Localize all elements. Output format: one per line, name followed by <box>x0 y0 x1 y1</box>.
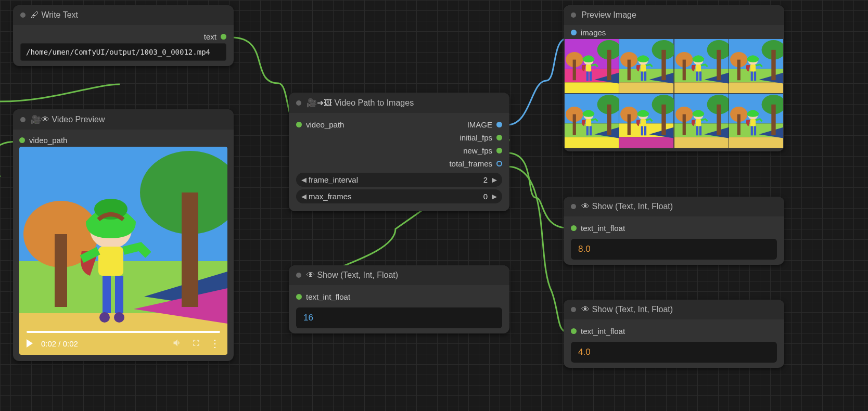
node-header[interactable]: 👁 Show (Text, Int, Float) <box>564 300 784 319</box>
text-input-field[interactable]: /home/umen/ComfyUI/output/1003_0_00012.m… <box>20 43 226 61</box>
port-dot[interactable] <box>571 30 577 35</box>
video-time: 0:02 / 0:02 <box>41 339 78 348</box>
svg-rect-45 <box>682 60 685 81</box>
port-label: text_int_float <box>306 292 350 301</box>
node-write-text[interactable]: 🖋 Write Text text /home/umen/ComfyUI/out… <box>13 5 234 66</box>
svg-rect-90 <box>674 137 729 148</box>
svg-rect-105 <box>737 114 740 135</box>
preview-thumbnail[interactable] <box>565 94 619 148</box>
output-port-initial-fps[interactable]: initial_fps <box>449 131 502 144</box>
input-port-video-path[interactable]: video_path <box>19 134 227 147</box>
svg-rect-62 <box>750 72 752 81</box>
svg-rect-30 <box>619 82 673 93</box>
node-canvas[interactable]: 🖋 Write Text text /home/umen/ComfyUI/out… <box>0 0 868 411</box>
svg-rect-33 <box>628 60 631 81</box>
node-header[interactable]: 👁 Show (Text, Int, Float) <box>564 197 784 216</box>
svg-rect-61 <box>750 65 755 72</box>
node-header[interactable]: 🎥➜🖼 Video Path to Images <box>289 93 509 113</box>
svg-rect-49 <box>695 65 700 72</box>
svg-rect-38 <box>641 72 643 81</box>
node-preview-image[interactable]: Preview Image images <box>564 5 784 151</box>
node-show-2[interactable]: 👁 Show (Text, Int, Float) text_int_float… <box>564 197 784 265</box>
node-show-3[interactable]: 👁 Show (Text, Int, Float) text_int_float… <box>564 300 784 368</box>
collapse-dot[interactable] <box>296 273 301 278</box>
node-video-path-to-images[interactable]: 🎥➜🖼 Video Path to Images video_path IMAG… <box>289 93 509 211</box>
port-dot[interactable] <box>496 148 502 153</box>
output-port-total-frames[interactable]: total_frames <box>449 157 502 170</box>
preview-thumbnail[interactable] <box>729 94 783 148</box>
port-dot[interactable] <box>571 328 577 334</box>
collapse-dot[interactable] <box>296 100 301 106</box>
input-port-video-path[interactable]: video_path <box>296 118 344 131</box>
port-label: video_path <box>29 136 67 145</box>
svg-rect-74 <box>586 126 589 136</box>
svg-rect-81 <box>628 114 631 135</box>
svg-rect-85 <box>641 119 646 126</box>
node-header[interactable]: Preview Image <box>564 5 784 25</box>
param-max-frames[interactable]: ◀ max_frames 0 ▶ <box>296 189 502 203</box>
svg-rect-18 <box>565 82 619 93</box>
port-dot[interactable] <box>496 161 502 166</box>
decrement-icon[interactable]: ◀ <box>301 176 307 184</box>
collapse-dot[interactable] <box>571 307 576 312</box>
svg-rect-73 <box>586 119 591 126</box>
input-port-text-int-float[interactable]: text_int_float <box>571 325 777 338</box>
port-dot[interactable] <box>221 34 226 40</box>
input-port-text-int-float[interactable]: text_int_float <box>296 290 502 303</box>
svg-rect-63 <box>754 72 756 81</box>
value-display: 4.0 <box>571 342 777 363</box>
preview-thumbnail[interactable] <box>729 39 783 93</box>
svg-rect-86 <box>641 126 643 136</box>
port-dot[interactable] <box>296 294 302 300</box>
node-title: 🎥👁 Video Preview <box>31 114 105 124</box>
input-port-text-int-float[interactable]: text_int_float <box>571 222 777 235</box>
node-header[interactable]: 🖋 Write Text <box>13 5 234 25</box>
increment-icon[interactable]: ▶ <box>492 176 497 184</box>
port-dot[interactable] <box>296 122 302 127</box>
svg-rect-87 <box>644 126 646 136</box>
input-port-images[interactable]: images <box>565 26 783 39</box>
video-controls: 0:02 / 0:02 ⋮ <box>19 332 227 355</box>
more-icon[interactable]: ⋮ <box>210 337 220 350</box>
svg-rect-71 <box>607 105 611 135</box>
svg-rect-11 <box>98 247 123 276</box>
node-header[interactable]: 🎥👁 Video Preview <box>13 109 234 130</box>
node-show-1[interactable]: 👁 Show (Text, Int, Float) text_int_float… <box>289 265 509 333</box>
node-title: 👁 Show (Text, Int, Float) <box>581 305 673 314</box>
port-dot[interactable] <box>496 122 502 127</box>
fullscreen-icon[interactable] <box>191 338 201 350</box>
preview-thumbnail[interactable] <box>619 94 673 148</box>
collapse-dot[interactable] <box>20 117 25 122</box>
param-frame-interval[interactable]: ◀ frame_interval 2 ▶ <box>296 173 502 187</box>
node-title: 🎥➜🖼 Video Path to Images <box>307 98 414 108</box>
preview-thumbnail[interactable] <box>565 39 619 93</box>
param-value[interactable]: 0 <box>479 192 492 201</box>
collapse-dot[interactable] <box>571 12 576 18</box>
output-port-new-fps[interactable]: new_fps <box>449 144 502 157</box>
port-dot[interactable] <box>19 137 25 143</box>
node-video-preview[interactable]: 🎥👁 Video Preview video_path <box>13 109 234 361</box>
preview-thumbnail[interactable] <box>619 39 673 93</box>
volume-icon[interactable] <box>172 338 183 350</box>
svg-rect-59 <box>771 50 775 80</box>
decrement-icon[interactable]: ◀ <box>301 192 307 200</box>
param-value[interactable]: 2 <box>479 175 492 184</box>
preview-thumbnail[interactable] <box>674 94 729 148</box>
port-dot[interactable] <box>496 135 502 140</box>
port-dot[interactable] <box>571 225 577 231</box>
node-header[interactable]: 👁 Show (Text, Int, Float) <box>289 265 509 285</box>
svg-point-15 <box>114 312 124 323</box>
video-player[interactable]: 0:02 / 0:02 ⋮ <box>19 147 227 355</box>
param-label: frame_interval <box>307 175 479 184</box>
collapse-dot[interactable] <box>571 204 576 209</box>
svg-rect-107 <box>771 105 775 135</box>
play-button[interactable] <box>27 339 33 348</box>
svg-rect-75 <box>590 126 592 136</box>
svg-rect-8 <box>182 192 198 307</box>
port-label: new_fps <box>463 146 492 155</box>
collapse-dot[interactable] <box>20 12 25 18</box>
preview-thumbnail[interactable] <box>674 39 729 93</box>
output-port-text[interactable]: text <box>20 30 226 43</box>
increment-icon[interactable]: ▶ <box>492 192 497 200</box>
output-port-image[interactable]: IMAGE <box>449 118 502 131</box>
